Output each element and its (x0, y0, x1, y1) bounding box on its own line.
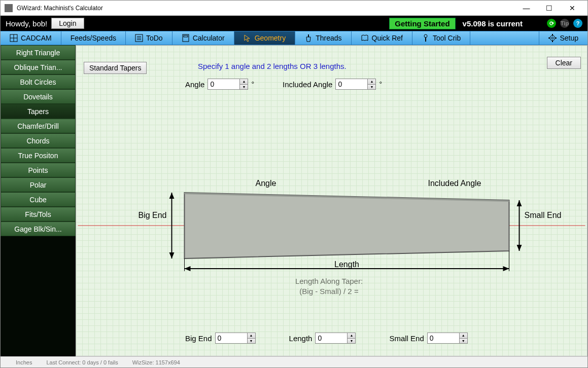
tab-bar: CADCAM Feeds/Speeds ToDo Calculator Geom… (1, 31, 587, 45)
tab-label: Calculator (193, 34, 225, 42)
sidebar-item-true-position[interactable]: True Positon (1, 148, 76, 163)
tab-feeds-speeds[interactable]: Feeds/Speeds (61, 31, 126, 45)
sidebar-item-label: Chords (26, 137, 49, 145)
included-down[interactable]: ▼ (368, 85, 375, 90)
sidebar-item-cube[interactable]: Cube (1, 192, 76, 207)
tab-cadcam[interactable]: CADCAM (1, 31, 61, 45)
length-spinner[interactable]: ▲▼ (315, 333, 356, 344)
sidebar-item-points[interactable]: Points (1, 163, 76, 177)
sidebar-item-label: True Positon (18, 152, 58, 160)
content-pane: Standard Tapers Specify 1 angle and 2 le… (76, 45, 587, 356)
getting-started-button[interactable]: Getting Started (389, 18, 455, 29)
standard-tapers-button[interactable]: Standard Tapers (84, 62, 147, 74)
sidebar-item-bolt-circles[interactable]: Bolt Circles (1, 75, 76, 89)
small-end-down[interactable]: ▼ (460, 339, 467, 344)
tab-tool-crib[interactable]: Tool Crib (412, 31, 470, 45)
app-icon (5, 4, 13, 12)
big-end-spinner[interactable]: ▲▼ (215, 333, 256, 344)
main-area: Right Triangle Oblique Trian... Bolt Cir… (1, 45, 587, 356)
sidebar-item-chamfer-drill[interactable]: Chamfer/Drill (1, 119, 76, 133)
svg-rect-8 (184, 35, 188, 37)
length-down[interactable]: ▼ (348, 339, 355, 344)
tool-icon (422, 34, 430, 42)
gear-icon (548, 34, 557, 42)
taper-diagram: Angle Included Angle Big End Small End L… (76, 144, 587, 302)
big-end-down[interactable]: ▼ (248, 339, 255, 344)
diagram-length-label: Length (334, 260, 359, 269)
small-end-spinner[interactable]: ▲▼ (427, 333, 468, 344)
svg-marker-28 (185, 266, 191, 271)
tab-calculator[interactable]: Calculator (172, 31, 234, 45)
angle-fields-row: Angle ▲▼ ° Included Angle ▲▼ ° (185, 79, 382, 90)
sidebar-item-label: Dovetails (23, 93, 53, 101)
angle-input[interactable] (208, 79, 239, 89)
cursor-icon (244, 34, 252, 42)
sidebar-item-label: Tapers (27, 107, 49, 116)
sidebar-item-tapers[interactable]: Tapers (1, 104, 76, 119)
greeting-label: Howdy, bob! (6, 19, 47, 28)
diagram-included-label: Included Angle (428, 179, 481, 188)
included-angle-input[interactable] (336, 79, 367, 89)
sidebar-item-label: Points (28, 166, 48, 174)
included-up[interactable]: ▲ (368, 79, 375, 85)
instructions-label: Specify 1 angle and 2 lengths OR 3 lengt… (198, 62, 347, 70)
sidebar-item-dovetails[interactable]: Dovetails (1, 89, 76, 104)
degree-symbol: ° (251, 80, 254, 88)
clear-button[interactable]: Clear (547, 57, 581, 69)
login-button[interactable]: Login (51, 18, 84, 29)
svg-marker-22 (169, 193, 175, 199)
minimize-button[interactable]: — (515, 1, 538, 15)
angle-spinner[interactable]: ▲▼ (207, 79, 248, 90)
tip-icon[interactable]: Tip (560, 19, 569, 28)
book-icon (361, 34, 369, 42)
sidebar-item-label: Polar (30, 181, 47, 189)
status-bar: Inches Last Connect: 0 days / 0 fails Wi… (1, 356, 587, 367)
maximize-button[interactable]: ☐ (538, 1, 561, 15)
tab-label: CADCAM (21, 34, 52, 42)
tab-label: Threads (316, 34, 341, 42)
close-button[interactable]: ✕ (561, 1, 583, 15)
title-bar: GWizard: Machinist's Calculator — ☐ ✕ (1, 1, 587, 16)
angle-label: Angle (185, 80, 204, 89)
sidebar-item-chords[interactable]: Chords (1, 133, 76, 148)
included-angle-label: Included Angle (283, 80, 332, 89)
big-end-up[interactable]: ▲ (248, 333, 255, 339)
small-end-up[interactable]: ▲ (460, 333, 467, 339)
window-title: GWizard: Machinist's Calculator (17, 5, 515, 12)
big-end-input[interactable] (216, 333, 247, 343)
length-up[interactable]: ▲ (348, 333, 355, 339)
tab-threads[interactable]: Threads (295, 31, 351, 45)
sidebar-item-gage-blk[interactable]: Gage Blk/Sin... (1, 222, 76, 236)
version-label: v5.098 is current (463, 19, 523, 28)
svg-marker-29 (503, 266, 509, 271)
sidebar-item-polar[interactable]: Polar (1, 177, 76, 192)
tab-geometry[interactable]: Geometry (234, 31, 295, 45)
length-input[interactable] (316, 333, 347, 343)
sidebar-item-label: Oblique Trian... (14, 63, 62, 71)
tab-label: Feeds/Speeds (71, 34, 116, 42)
svg-point-13 (551, 37, 554, 39)
tab-label: ToDo (146, 34, 163, 42)
included-angle-spinner[interactable]: ▲▼ (335, 79, 376, 90)
tab-setup[interactable]: Setup (539, 31, 587, 45)
sidebar-item-oblique-triangle[interactable]: Oblique Trian... (1, 60, 76, 75)
sidebar-item-label: Cube (29, 196, 46, 204)
sidebar-item-fits-tols[interactable]: Fits/Tols (1, 207, 76, 222)
degree-symbol: ° (379, 80, 382, 88)
small-end-label: Small End (389, 334, 424, 343)
svg-point-12 (550, 35, 555, 41)
angle-down[interactable]: ▼ (240, 85, 248, 90)
tab-todo[interactable]: ToDo (126, 31, 172, 45)
svg-point-10 (424, 34, 427, 38)
refresh-icon[interactable]: ⟳ (547, 19, 556, 28)
help-icon[interactable]: ? (573, 19, 582, 28)
diagram-angle-label: Angle (256, 179, 276, 188)
sidebar-item-right-triangle[interactable]: Right Triangle (1, 45, 76, 60)
calculator-icon (182, 34, 190, 42)
big-end-label: Big End (185, 334, 212, 343)
sidebar-item-label: Bolt Circles (20, 78, 56, 86)
tab-quick-ref[interactable]: Quick Ref (352, 31, 412, 45)
status-units: Inches (16, 359, 32, 365)
small-end-input[interactable] (428, 333, 459, 343)
angle-up[interactable]: ▲ (240, 79, 248, 85)
